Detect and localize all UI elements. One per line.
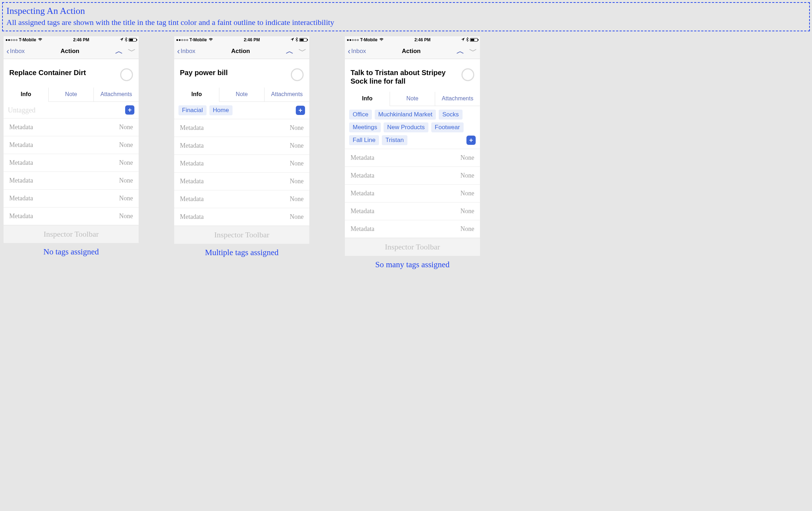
tab-attachments[interactable]: Attachments: [435, 92, 480, 106]
tab-attachments[interactable]: Attachments: [94, 88, 139, 101]
metadata-key: Metadata: [9, 195, 33, 202]
back-button[interactable]: ‹ Inbox: [6, 47, 25, 56]
status-bar: T-Mobile 2:46 PM: [174, 36, 309, 43]
metadata-row[interactable]: Metadata None: [174, 208, 309, 226]
metadata-key: Metadata: [180, 178, 204, 185]
status-bar: T-Mobile 2:46 PM: [345, 36, 480, 43]
metadata-row[interactable]: Metadata None: [174, 172, 309, 190]
screen-caption: So many tags assigned: [375, 260, 450, 269]
metadata-key: Metadata: [9, 159, 33, 167]
status-circle-button[interactable]: [291, 68, 304, 81]
status-circle-button[interactable]: [461, 68, 474, 81]
statusbar-left: T-Mobile: [347, 37, 384, 42]
carrier-label: T-Mobile: [19, 37, 36, 42]
metadata-key: Metadata: [9, 123, 33, 131]
metadata-row[interactable]: Metadata None: [345, 149, 480, 167]
screen-column: T-Mobile 2:46 PM ‹ Inbox Action ︿ ﹀ Talk…: [345, 36, 480, 269]
metadata-row[interactable]: Metadata None: [345, 202, 480, 220]
metadata-value: None: [290, 195, 304, 203]
tag-chip[interactable]: Muchkinland Market: [375, 110, 436, 120]
statusbar-left: T-Mobile: [6, 37, 43, 42]
signal-dots-icon: [347, 39, 359, 41]
tab-info[interactable]: Info: [174, 88, 219, 102]
tab-note[interactable]: Note: [219, 88, 264, 101]
statusbar-right: [120, 37, 137, 43]
metadata-row[interactable]: Metadata None: [4, 154, 139, 172]
tab-info[interactable]: Info: [345, 92, 390, 106]
add-tag-button[interactable]: +: [466, 136, 476, 145]
previous-action-button[interactable]: ︿: [286, 47, 294, 55]
metadata-row[interactable]: Metadata None: [174, 137, 309, 154]
statusbar-left: T-Mobile: [176, 37, 213, 42]
metadata-row[interactable]: Metadata None: [174, 154, 309, 172]
tab-note[interactable]: Note: [390, 92, 435, 106]
metadata-key: Metadata: [9, 212, 33, 220]
tag-chip[interactable]: Finacial: [178, 105, 207, 115]
clock-label: 2:46 PM: [73, 37, 89, 42]
statusbar-right: [461, 37, 478, 43]
tag-chip[interactable]: Meetings: [349, 122, 381, 132]
inspector-toolbar: Inspector Toolbar: [174, 226, 309, 244]
metadata-key: Metadata: [351, 225, 374, 233]
nav-title: Action: [60, 48, 79, 55]
tag-chip[interactable]: Socks: [439, 110, 462, 120]
next-action-button[interactable]: ﹀: [128, 47, 136, 55]
previous-action-button[interactable]: ︿: [115, 47, 123, 55]
bluetooth-icon: [125, 37, 127, 43]
action-title[interactable]: Talk to Tristan about Stripey Sock line …: [351, 68, 457, 85]
battery-icon: [299, 38, 307, 42]
nav-bar: ‹ Inbox Action ︿ ﹀: [345, 43, 480, 59]
action-title[interactable]: Replace Container Dirt: [9, 68, 116, 77]
metadata-row[interactable]: Metadata None: [4, 172, 139, 189]
metadata-key: Metadata: [180, 124, 204, 132]
metadata-row[interactable]: Metadata None: [345, 220, 480, 238]
metadata-row[interactable]: Metadata None: [4, 189, 139, 207]
chevron-left-icon: ‹: [177, 47, 180, 56]
status-bar: T-Mobile 2:46 PM: [4, 36, 139, 43]
metadata-value: None: [460, 190, 474, 197]
tag-chip[interactable]: Home: [209, 105, 233, 115]
tab-attachments[interactable]: Attachments: [264, 88, 309, 101]
phone-screen: T-Mobile 2:46 PM ‹ Inbox Action ︿ ﹀ Pay …: [174, 36, 309, 244]
metadata-value: None: [460, 207, 474, 215]
back-button[interactable]: ‹ Inbox: [177, 47, 196, 56]
back-button[interactable]: ‹ Inbox: [348, 47, 366, 56]
next-action-button[interactable]: ﹀: [299, 47, 306, 55]
metadata-row[interactable]: Metadata None: [4, 118, 139, 136]
metadata-row[interactable]: Metadata None: [174, 190, 309, 208]
metadata-row[interactable]: Metadata None: [4, 207, 139, 225]
status-circle-button[interactable]: [120, 68, 133, 81]
metadata-row[interactable]: Metadata None: [174, 119, 309, 137]
action-title[interactable]: Pay power bill: [180, 68, 287, 77]
action-header: Replace Container Dirt: [4, 59, 139, 88]
tags-region: FinacialHome+: [174, 102, 309, 119]
tag-chip[interactable]: Fall Line: [349, 135, 379, 145]
segmented-tabs: Info Note Attachments: [174, 88, 309, 102]
inspector-toolbar: Inspector Toolbar: [4, 225, 139, 243]
tag-chip[interactable]: New Products: [384, 122, 428, 132]
tag-chip[interactable]: Office: [349, 110, 372, 120]
location-icon: [290, 37, 294, 42]
clock-label: 2:46 PM: [415, 37, 431, 42]
tag-chip[interactable]: Footwear: [431, 122, 464, 132]
metadata-row[interactable]: Metadata None: [345, 184, 480, 202]
battery-icon: [129, 38, 137, 42]
tab-note[interactable]: Note: [48, 88, 94, 101]
signal-dots-icon: [176, 39, 188, 41]
metadata-value: None: [460, 154, 474, 162]
action-header: Pay power bill: [174, 59, 309, 88]
add-tag-button[interactable]: +: [125, 105, 134, 115]
tab-info[interactable]: Info: [4, 88, 48, 102]
phone-screen: T-Mobile 2:46 PM ‹ Inbox Action ︿ ﹀ Repl…: [4, 36, 139, 243]
metadata-list: Metadata None Metadata None Metadata Non…: [345, 149, 480, 238]
add-tag-button[interactable]: +: [296, 106, 305, 115]
bluetooth-icon: [466, 37, 469, 43]
annotation-banner: Inspecting An Action All assigned tags a…: [2, 2, 810, 31]
metadata-row[interactable]: Metadata None: [4, 136, 139, 154]
previous-action-button[interactable]: ︿: [456, 47, 464, 55]
metadata-key: Metadata: [351, 190, 374, 197]
tag-chip[interactable]: Tristan: [382, 135, 407, 145]
metadata-row[interactable]: Metadata None: [345, 167, 480, 184]
next-action-button[interactable]: ﹀: [469, 47, 477, 55]
metadata-value: None: [290, 213, 304, 221]
